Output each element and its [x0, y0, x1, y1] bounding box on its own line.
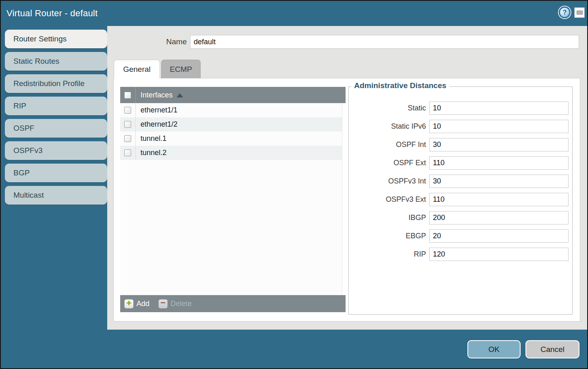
interfaces-table-header[interactable]: Interfaces	[120, 87, 346, 103]
rip-label: RIP	[349, 248, 426, 261]
sidebar-item-multicast[interactable]: Multicast	[5, 186, 107, 205]
row-checkbox-cell	[120, 132, 136, 146]
sidebar-item-ospfv3[interactable]: OSPFv3	[5, 141, 107, 160]
row-checkbox[interactable]	[124, 121, 131, 128]
delete-minus-icon: −	[158, 299, 168, 309]
window-restore-glyph	[577, 11, 583, 15]
field-row-ospfv3-ext: OSPFv3 Ext	[349, 193, 572, 206]
help-icon[interactable]: ?	[559, 6, 571, 18]
static-ipv6-input[interactable]	[429, 120, 569, 133]
add-plus-icon: +	[124, 299, 134, 309]
interfaces-column-header[interactable]: Interfaces	[141, 91, 173, 99]
row-checkbox[interactable]	[124, 135, 131, 142]
add-button-label: Add	[136, 300, 149, 308]
table-row[interactable]: ethernet1/1	[120, 103, 346, 117]
interface-name: ethernet1/2	[141, 120, 177, 129]
field-row-ebgp: EBGP	[349, 229, 572, 243]
table-row[interactable]: ethernet1/2	[120, 117, 346, 132]
row-checkbox-cell	[120, 146, 136, 160]
admin-distances-fieldset: Administrative Distances Static Static I…	[348, 86, 573, 315]
field-row-ospfv3-int: OSPFv3 Int	[349, 175, 572, 188]
window-restore-icon[interactable]	[574, 7, 585, 18]
table-row[interactable]: tunnel.1	[120, 132, 346, 146]
sidebar: Router Settings Static Routes Redistribu…	[5, 30, 107, 205]
interface-name: tunnel.2	[141, 149, 166, 157]
tab-general[interactable]: General	[114, 60, 160, 78]
name-input[interactable]	[190, 35, 579, 49]
row-checkbox[interactable]	[124, 107, 131, 114]
field-row-ospf-ext: OSPF Ext	[349, 156, 572, 170]
field-row-static: Static	[349, 101, 572, 115]
ibgp-label: IBGP	[349, 211, 426, 224]
rip-input[interactable]	[429, 248, 569, 261]
dialog-title: Virtual Router - default	[6, 1, 98, 26]
ibgp-input[interactable]	[429, 211, 569, 224]
static-ipv6-label: Static IPv6	[349, 120, 426, 133]
interfaces-table: Interfaces ethernet1/1 ethernet	[120, 87, 346, 312]
ospf-int-input[interactable]	[429, 138, 569, 151]
sidebar-item-redistribution-profile[interactable]: Redistribution Profile	[5, 74, 107, 93]
delete-button[interactable]: − Delete	[158, 299, 192, 309]
interface-name: ethernet1/1	[141, 106, 177, 114]
ospfv3-int-input[interactable]	[429, 175, 569, 188]
sidebar-item-bgp[interactable]: BGP	[5, 164, 107, 182]
field-row-ibgp: IBGP	[349, 211, 572, 224]
static-input[interactable]	[429, 101, 569, 115]
row-checkbox[interactable]	[124, 149, 131, 156]
virtual-router-dialog: Virtual Router - default ? Router Settin…	[0, 0, 588, 369]
ebgp-label: EBGP	[349, 229, 426, 243]
admin-distances-legend: Administrative Distances	[351, 81, 449, 90]
content-area: Name General ECMP Interfaces	[107, 26, 588, 330]
ospf-ext-input[interactable]	[429, 156, 569, 170]
name-label: Name	[107, 35, 187, 49]
ospf-int-label: OSPF Int	[349, 138, 426, 151]
ospfv3-int-label: OSPFv3 Int	[349, 175, 426, 188]
tab-ecmp[interactable]: ECMP	[161, 60, 201, 78]
ospf-ext-label: OSPF Ext	[349, 156, 426, 170]
titlebar: Virtual Router - default ?	[1, 1, 587, 26]
sidebar-item-ospf[interactable]: OSPF	[5, 119, 107, 138]
cancel-button[interactable]: Cancel	[525, 340, 579, 358]
table-scrollbar[interactable]	[342, 103, 346, 295]
select-all-cell	[120, 87, 136, 103]
sort-ascending-icon[interactable]	[177, 93, 183, 97]
field-row-rip: RIP	[349, 248, 572, 261]
admin-distances-rows: Static Static IPv6 OSPF Int OSPF Ext	[349, 101, 572, 266]
ok-button[interactable]: OK	[467, 340, 521, 358]
sidebar-item-static-routes[interactable]: Static Routes	[5, 52, 107, 71]
static-label: Static	[349, 101, 426, 115]
general-tab-panel: Interfaces ethernet1/1 ethernet	[113, 78, 580, 322]
sidebar-item-rip[interactable]: RIP	[5, 97, 107, 115]
field-row-static-ipv6: Static IPv6	[349, 120, 572, 133]
interface-name: tunnel.1	[141, 134, 166, 143]
sidebar-item-router-settings[interactable]: Router Settings	[5, 30, 107, 48]
interfaces-rows: ethernet1/1 ethernet1/2 tunnel.1	[120, 103, 346, 160]
table-footer: + Add − Delete	[120, 295, 346, 312]
ebgp-input[interactable]	[429, 229, 569, 243]
row-checkbox-cell	[120, 103, 136, 117]
field-row-ospf-int: OSPF Int	[349, 138, 572, 151]
table-row[interactable]: tunnel.2	[120, 146, 346, 160]
row-checkbox-cell	[120, 117, 136, 132]
add-button[interactable]: + Add	[124, 299, 149, 309]
ospfv3-ext-label: OSPFv3 Ext	[349, 193, 426, 206]
ospfv3-ext-input[interactable]	[429, 193, 569, 206]
delete-button-label: Delete	[171, 300, 192, 308]
select-all-checkbox[interactable]	[124, 92, 131, 99]
